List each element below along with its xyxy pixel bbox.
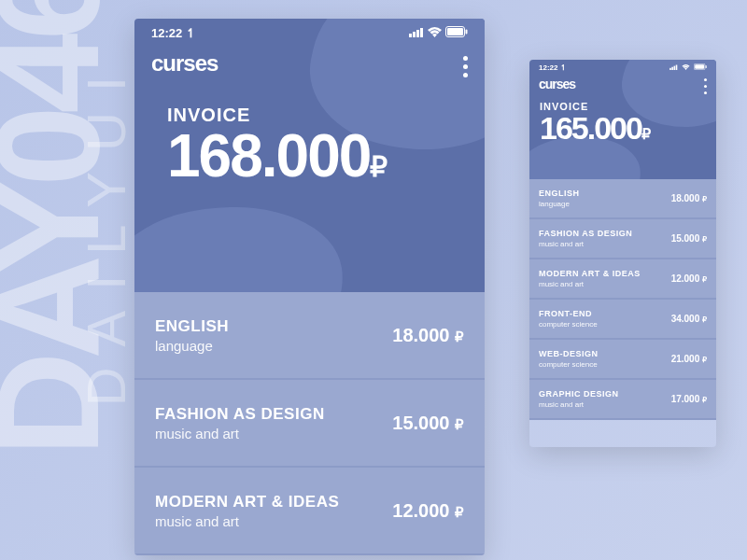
item-title: ENGLISH [539, 189, 580, 198]
list-item[interactable]: FASHION AS DESIGN music and art 15.000 ₽ [529, 219, 716, 259]
signal-icon [409, 26, 424, 40]
svg-rect-7 [669, 67, 671, 69]
svg-rect-1 [413, 32, 416, 37]
status-bar: 12:22 ↿ [529, 60, 716, 75]
currency-symbol: ₽ [370, 151, 386, 182]
svg-rect-6 [466, 29, 468, 34]
svg-rect-10 [676, 64, 678, 69]
more-menu-icon[interactable] [463, 56, 468, 77]
item-price: 12.000 ₽ [671, 273, 707, 284]
phone-mockup-secondary: 12:22 ↿ curses INVOICE 165.000₽ ENGLISH [529, 60, 716, 447]
item-subtitle: language [155, 338, 229, 354]
item-title: MODERN ART & IDEAS [539, 269, 641, 278]
item-title: ENGLISH [155, 317, 229, 336]
battery-icon [694, 63, 707, 72]
currency-symbol: ₽ [455, 504, 464, 520]
list-item[interactable]: MODERN ART & IDEAS music and art 12.000 … [134, 468, 485, 555]
currency-symbol: ₽ [702, 315, 707, 324]
item-subtitle: language [539, 200, 580, 208]
svg-rect-2 [416, 30, 419, 37]
currency-symbol: ₽ [702, 356, 707, 364]
invoice-amount-value: 168.000 [167, 122, 370, 189]
invoice-amount-value: 165.000 [540, 110, 641, 146]
currency-symbol: ₽ [702, 195, 707, 203]
item-subtitle: music and art [155, 513, 339, 529]
status-bar: 12:22 ↿ [134, 19, 485, 47]
item-subtitle: music and art [539, 240, 632, 248]
svg-rect-8 [671, 66, 673, 69]
currency-symbol: ₽ [702, 235, 707, 244]
status-time: 12:22 ↿ [151, 26, 196, 40]
item-price: 12.000 ₽ [392, 500, 464, 522]
svg-rect-0 [409, 34, 412, 37]
list-item[interactable]: MODERN ART & IDEAS music and art 12.000 … [529, 259, 716, 300]
svg-rect-3 [420, 28, 423, 37]
item-subtitle: music and art [539, 280, 641, 288]
item-title: WEB-DESIGN [539, 349, 599, 358]
svg-rect-13 [706, 65, 707, 68]
list-item[interactable]: FRONT-END computer science 34.000 ₽ [529, 300, 716, 340]
item-title: FASHION AS DESIGN [155, 405, 325, 424]
list-item[interactable]: ENGLISH language 18.000 ₽ [529, 179, 716, 219]
item-subtitle: music and art [539, 400, 619, 409]
svg-rect-9 [674, 65, 676, 69]
invoice-hero: 12:22 ↿ curses INVOICE 165.000₽ [529, 60, 716, 179]
background-dailyui-label: DAILYUI [75, 56, 137, 406]
app-brand: curses [529, 75, 716, 91]
wifi-icon [428, 26, 442, 40]
hero-blob-shape [134, 191, 356, 292]
item-title: FRONT-END [539, 309, 598, 318]
currency-symbol: ₽ [641, 126, 649, 142]
currency-symbol: ₽ [702, 396, 707, 404]
more-menu-icon[interactable] [704, 78, 707, 94]
svg-rect-12 [695, 64, 704, 69]
invoice-total-amount: 168.000₽ [167, 126, 485, 186]
currency-symbol: ₽ [702, 275, 707, 284]
item-subtitle: computer science [539, 360, 599, 369]
item-price: 34.000 ₽ [671, 314, 707, 324]
item-title: GRAPHIC DESIGN [539, 389, 619, 399]
list-item[interactable]: WEB-DESIGN computer science 21.000 ₽ [529, 340, 716, 380]
item-price: 17.000 ₽ [671, 394, 707, 404]
phone-mockup-primary: 12:22 ↿ curses INVOICE 168.000₽ ENGLISH [134, 19, 485, 555]
currency-symbol: ₽ [455, 329, 464, 344]
signal-icon [669, 63, 678, 72]
item-title: MODERN ART & IDEAS [155, 493, 339, 511]
invoice-items-list[interactable]: ENGLISH language 18.000 ₽ FASHION AS DES… [134, 292, 485, 555]
status-time: 12:22 ↿ [539, 63, 567, 72]
status-right-icons [669, 63, 707, 72]
item-price: 15.000 ₽ [392, 413, 464, 434]
list-item[interactable]: FASHION AS DESIGN music and art 15.000 ₽ [134, 380, 485, 468]
wifi-icon [682, 63, 690, 72]
item-subtitle: music and art [155, 426, 325, 441]
svg-rect-5 [447, 28, 463, 35]
battery-icon [445, 26, 468, 40]
list-item[interactable]: GRAPHIC DESIGN music and art 17.000 ₽ [529, 380, 716, 420]
invoice-total-amount: 165.000₽ [540, 112, 716, 144]
item-title: FASHION AS DESIGN [539, 229, 632, 238]
item-price: 18.000 ₽ [671, 193, 707, 203]
currency-symbol: ₽ [455, 416, 464, 432]
invoice-hero: 12:22 ↿ curses INVOICE 168.000₽ [134, 19, 485, 292]
invoice-items-list[interactable]: ENGLISH language 18.000 ₽ FASHION AS DES… [529, 179, 716, 420]
item-price: 15.000 ₽ [671, 233, 707, 244]
item-price: 18.000 ₽ [392, 325, 464, 346]
list-item[interactable]: ENGLISH language 18.000 ₽ [134, 292, 485, 380]
item-price: 21.000 ₽ [671, 354, 707, 364]
app-brand: curses [134, 47, 485, 77]
status-right-icons [409, 26, 468, 40]
item-subtitle: computer science [539, 320, 598, 329]
